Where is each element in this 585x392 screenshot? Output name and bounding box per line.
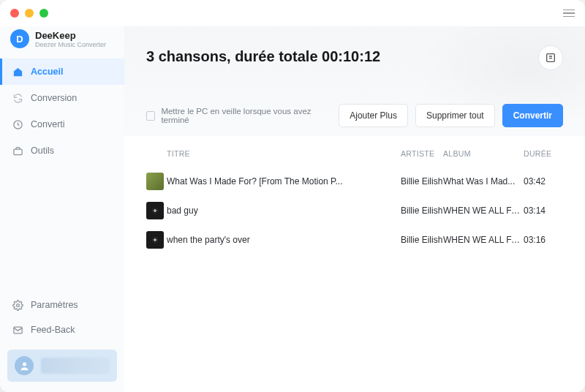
svg-rect-1 [13,149,21,155]
table-header: TITRE ARTISTE ALBUM DURÉE [146,145,563,167]
brand-name: DeeKeep [35,30,106,41]
nav-tools[interactable]: Outils [0,137,124,164]
nav-tools-label: Outils [31,146,54,156]
brand-logo-icon: D [10,29,29,48]
nav-conversion[interactable]: Conversion [0,85,124,111]
home-icon [12,66,23,78]
nav-home[interactable]: Accueil [0,59,124,85]
nav-settings[interactable]: Paramètres [0,293,124,317]
menu-icon[interactable] [563,10,575,18]
checkbox-icon [146,111,155,121]
account-name-blurred [41,358,110,374]
track-table: TITRE ARTISTE ALBUM DURÉE What Was I Mad… [124,136,585,263]
track-artist: Billie Eilish [401,235,443,245]
nav-home-label: Accueil [31,67,63,77]
playlist-icon [545,52,556,64]
delete-all-button[interactable]: Supprimer tout [415,104,495,127]
track-artist: Billie Eilish [401,176,443,186]
toolbox-icon [12,145,23,157]
brand: D DeeKeep Deezer Music Converter [0,29,124,59]
album-art-icon [146,202,164,219]
hero: 3 chansons, durée totale 00:10:12 Mettre… [124,26,585,136]
nav-converted[interactable]: Converti [0,111,124,137]
clock-icon [12,118,23,130]
minimize-window-button[interactable] [25,9,34,18]
track-duration: 03:42 [524,176,563,186]
track-duration: 03:16 [524,235,563,245]
track-album: WHEN WE ALL FAL... [443,235,524,245]
app-window: D DeeKeep Deezer Music Converter Accueil… [0,0,585,392]
track-album: WHEN WE ALL FAL... [443,206,524,216]
convert-button[interactable]: Convertir [502,104,563,127]
mail-icon [12,324,23,336]
table-row[interactable]: What Was I Made For? [From The Motion P.… [146,167,563,196]
album-art-icon [146,231,164,249]
brand-tagline: Deezer Music Converter [35,41,106,48]
nav-feedback-label: Feed-Back [31,325,75,335]
main-panel: 3 chansons, durée totale 00:10:12 Mettre… [124,26,585,392]
toolbar: Mettre le PC en veille lorsque vous avez… [146,104,563,127]
titlebar [0,0,585,26]
col-artist: ARTISTE [401,149,443,158]
account-card[interactable] [7,350,117,382]
nav-converted-label: Converti [31,119,65,129]
sleep-checkbox[interactable]: Mettre le PC en veille lorsque vous avez… [146,107,331,124]
svg-point-4 [23,362,26,366]
col-album: ALBUM [443,149,524,158]
track-duration: 03:14 [524,206,563,216]
track-title: What Was I Made For? [From The Motion P.… [167,176,401,186]
table-row[interactable]: when the party's over Billie Eilish WHEN… [146,225,563,255]
col-duration: DURÉE [524,149,563,158]
track-title: when the party's over [167,235,401,245]
nav-conversion-label: Conversion [31,93,77,103]
avatar-icon [15,356,34,375]
open-playlist-button[interactable] [538,45,563,70]
refresh-icon [12,92,23,104]
track-title: bad guy [167,206,401,216]
album-art-icon [146,173,164,190]
svg-point-2 [16,304,19,306]
window-controls [10,9,48,18]
close-window-button[interactable] [10,9,19,18]
secondary-nav: Paramètres Feed-Back [0,293,124,342]
sleep-label: Mettre le PC en veille lorsque vous avez… [161,107,331,124]
nav-settings-label: Paramètres [31,300,78,310]
zoom-window-button[interactable] [39,9,48,18]
track-album: What Was I Mad... [443,176,524,186]
nav-feedback[interactable]: Feed-Back [0,317,124,342]
col-title: TITRE [167,149,313,158]
track-artist: Billie Eilish [401,206,443,216]
add-more-button[interactable]: Ajouter Plus [339,104,408,127]
sidebar: D DeeKeep Deezer Music Converter Accueil… [0,26,124,392]
primary-nav: Accueil Conversion Converti Outils [0,59,124,164]
gear-icon [12,299,23,311]
table-row[interactable]: bad guy Billie Eilish WHEN WE ALL FAL...… [146,196,563,225]
